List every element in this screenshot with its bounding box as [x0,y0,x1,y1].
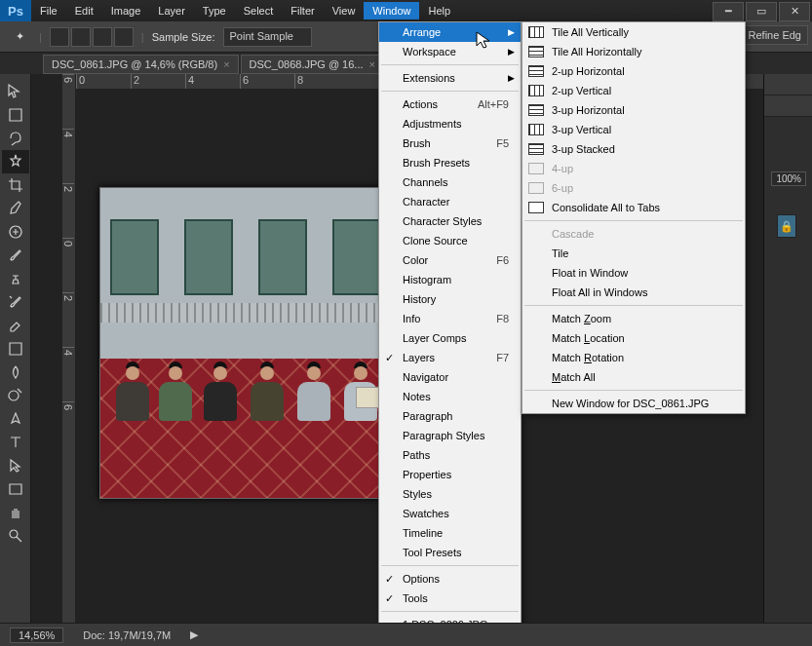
menu-item-tile-all-vertically[interactable]: Tile All Vertically [522,22,745,42]
selection-subtract[interactable] [93,27,112,47]
selection-add[interactable] [71,27,91,47]
menu-item-layers[interactable]: ✓LayersF7 [379,348,521,367]
lock-icon[interactable]: 🔒 [777,214,796,238]
pen-tool[interactable] [2,407,29,431]
menu-item-info[interactable]: InfoF8 [379,309,521,328]
menu-item-3-up-stacked[interactable]: 3-up Stacked [522,139,745,159]
menu-item-properties[interactable]: Properties [379,465,521,484]
close-tab-icon[interactable]: × [369,58,375,70]
eraser-tool[interactable] [2,314,29,337]
menu-filter[interactable]: Filter [282,2,323,19]
menu-item-histogram[interactable]: Histogram [379,270,521,289]
menu-item-tools[interactable]: ✓Tools [379,589,521,608]
menu-item-notes[interactable]: Notes [379,387,521,406]
document-canvas[interactable] [99,187,402,499]
menu-window[interactable]: Window [364,2,419,19]
title-bar: Ps FileEditImageLayerTypeSelectFilterVie… [0,0,812,21]
menu-item-2-up-vertical[interactable]: 2-up Vertical [522,81,745,100]
gradient-tool[interactable] [2,337,29,361]
menu-layer[interactable]: Layer [149,2,194,19]
menu-item-character[interactable]: Character [379,192,521,211]
menu-item-float-in-window[interactable]: Float in Window [522,263,745,283]
menu-view[interactable]: View [324,2,365,19]
menu-item-paragraph-styles[interactable]: Paragraph Styles [379,426,521,445]
panel-tab[interactable] [764,74,812,95]
dodge-tool[interactable] [2,384,29,407]
menu-item-[interactable]: Match Rotation [522,348,745,367]
status-arrow-icon[interactable]: ▶ [190,628,198,641]
maximize-button[interactable]: ▭ [746,2,777,21]
selection-new[interactable] [50,27,69,47]
menu-edit[interactable]: Edit [66,2,102,19]
menu-file[interactable]: File [31,2,66,19]
menu-item-float-all-in-windows[interactable]: Float All in Windows [522,283,745,302]
shape-tool[interactable] [2,477,29,501]
brush-tool[interactable] [2,244,29,267]
spot-heal-tool[interactable] [2,220,29,244]
sample-size-label: Sample Size: [152,31,215,43]
menu-item-timeline[interactable]: Timeline [379,523,521,543]
menu-item-3-up-horizontal[interactable]: 3-up Horizontal [522,100,745,120]
menu-item-3-up-vertical[interactable]: 3-up Vertical [522,120,745,139]
document-tab[interactable]: DSC_0861.JPG @ 14,6% (RGB/8)× [43,55,239,74]
menu-item-paragraph[interactable]: Paragraph [379,406,521,426]
zoom-tool[interactable] [2,524,29,548]
zoom-level[interactable]: 14,56% [10,627,63,643]
menu-item-color[interactable]: ColorF6 [379,250,521,270]
menu-item-[interactable]: Match All [522,367,745,387]
panel-tab[interactable] [764,95,812,117]
menu-item-history[interactable]: History [379,289,521,309]
close-button[interactable]: ✕ [779,2,810,21]
current-tool-icon[interactable]: ✦ [8,27,31,47]
menu-item-styles[interactable]: Styles [379,484,521,504]
window-controls: ━ ▭ ✕ [713,1,812,21]
menu-help[interactable]: Help [419,2,459,19]
crop-tool[interactable] [2,173,29,197]
menu-item-brush[interactable]: BrushF5 [379,133,521,153]
blur-tool[interactable] [2,361,29,384]
eyedropper-tool[interactable] [2,197,29,220]
menu-image[interactable]: Image [102,2,150,19]
menu-item-brush-presets[interactable]: Brush Presets [379,153,521,172]
menu-item-extensions[interactable]: Extensions▶ [379,68,521,88]
magic-wand-tool[interactable] [2,150,29,173]
menu-item-actions[interactable]: ActionsAlt+F9 [379,95,521,114]
menu-item-swatches[interactable]: Swatches [379,504,521,523]
menu-item-layer-comps[interactable]: Layer Comps [379,328,521,348]
menu-item-[interactable]: Match Location [522,328,745,348]
menu-type[interactable]: Type [194,2,235,19]
menu-item-new-window-for-dsc-0861-jpg[interactable]: New Window for DSC_0861.JPG [522,394,745,413]
menu-item-tile[interactable]: Tile [522,244,745,263]
menu-item-workspace[interactable]: Workspace▶ [379,42,521,61]
selection-intersect[interactable] [114,27,134,47]
menu-item-options[interactable]: ✓Options [379,569,521,589]
document-tab[interactable]: DSC_0868.JPG @ 16...× [241,55,384,74]
menu-item-consolidate-all-to-tabs[interactable]: Consolidate All to Tabs [522,198,745,217]
history-brush-tool[interactable] [2,290,29,314]
menu-item-[interactable]: Match Zoom [522,309,745,328]
window-menu-dropdown: Arrange▶Workspace▶Extensions▶ActionsAlt+… [378,21,522,646]
path-select-tool[interactable] [2,454,29,477]
refine-edge-button[interactable]: Refine Edg [742,25,808,45]
menu-select[interactable]: Select [235,2,283,19]
menu-item-tile-all-horizontally[interactable]: Tile All Horizontally [522,42,745,61]
menu-item-character-styles[interactable]: Character Styles [379,211,521,231]
menu-item-channels[interactable]: Channels [379,172,521,192]
sample-size-select[interactable]: Point Sample [223,27,312,47]
close-tab-icon[interactable]: × [223,58,229,70]
menu-item-navigator[interactable]: Navigator [379,367,521,387]
marquee-tool[interactable] [2,103,29,127]
menu-item-tool-presets[interactable]: Tool Presets [379,543,521,562]
menu-item-2-up-horizontal[interactable]: 2-up Horizontal [522,61,745,81]
menu-item-clone-source[interactable]: Clone Source [379,231,521,250]
minimize-button[interactable]: ━ [713,2,744,21]
hand-tool[interactable] [2,501,29,524]
lasso-tool[interactable] [2,127,29,150]
menu-item-arrange[interactable]: Arrange▶ [379,22,521,42]
type-tool[interactable] [2,431,29,454]
move-tool[interactable] [2,80,29,103]
menu-item-paths[interactable]: Paths [379,445,521,465]
stamp-tool[interactable] [2,267,29,290]
right-panel-dock: 100% 🔒 [763,74,812,623]
menu-item-adjustments[interactable]: Adjustments [379,114,521,133]
